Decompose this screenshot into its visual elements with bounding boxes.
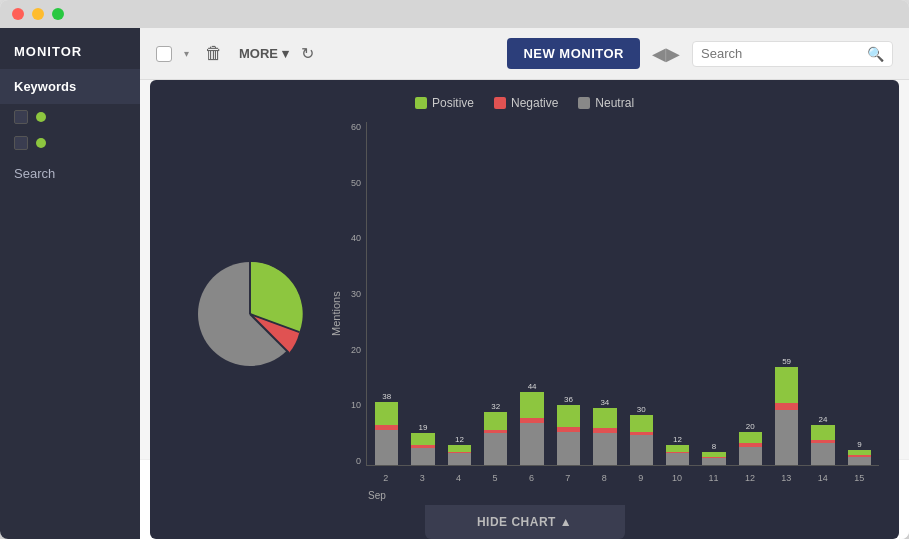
search-wrapper: 🔍 (692, 41, 893, 67)
bar-neutral-11 (702, 458, 725, 465)
bar-neutral-6 (520, 423, 543, 465)
bar-positive-2 (375, 402, 398, 425)
close-button[interactable] (12, 8, 24, 20)
negative-label: Negative (511, 96, 558, 110)
bar-group-14: 24 (806, 122, 839, 465)
pie-chart (185, 249, 315, 379)
minimize-button[interactable] (32, 8, 44, 20)
sidebar-dot-2 (36, 138, 46, 148)
bar-group-9: 30 (625, 122, 658, 465)
bar-total-13: 59 (782, 357, 791, 366)
bar-positive-12 (739, 432, 762, 444)
negative-legend-color (494, 97, 506, 109)
bar-total-6: 44 (528, 382, 537, 391)
bar-total-12: 20 (746, 422, 755, 431)
maximize-button[interactable] (52, 8, 64, 20)
x-label-8: 8 (588, 466, 621, 490)
legend-positive: Positive (415, 96, 474, 110)
main-window: MONITOR Keywords Search ▾ 🗑 (0, 0, 909, 539)
sidebar-checkbox-1[interactable] (14, 110, 28, 124)
search-input[interactable] (701, 46, 861, 61)
bar-total-14: 24 (819, 415, 828, 424)
bar-group-11: 8 (697, 122, 730, 465)
bar-group-7: 36 (552, 122, 585, 465)
y-tick-10: 10 (351, 400, 361, 410)
bar-positive-6 (520, 392, 543, 419)
toolbar-checkbox[interactable] (156, 46, 172, 62)
app-body: MONITOR Keywords Search ▾ 🗑 (0, 28, 909, 539)
bar-total-9: 30 (637, 405, 646, 414)
sidebar-header: MONITOR (0, 28, 140, 69)
bar-total-7: 36 (564, 395, 573, 404)
bar-group-15: 9 (843, 122, 876, 465)
more-button[interactable]: MORE ▾ (239, 46, 289, 61)
bar-total-3: 19 (419, 423, 428, 432)
x-label-3: 3 (405, 466, 438, 490)
bar-group-4: 12 (443, 122, 476, 465)
x-label-12: 12 (733, 466, 766, 490)
hide-chart-button[interactable]: HIDE CHART ▲ (425, 505, 625, 539)
bar-total-5: 32 (491, 402, 500, 411)
search-icon[interactable]: 🔍 (867, 46, 884, 62)
x-label-5: 5 (478, 466, 511, 490)
bar-neutral-7 (557, 432, 580, 465)
sidebar-check-row-1 (0, 104, 140, 130)
titlebar (0, 0, 909, 28)
positive-label: Positive (432, 96, 474, 110)
chevron-down-icon[interactable]: ▾ (184, 48, 189, 59)
bar-positive-10 (666, 445, 689, 452)
refresh-button[interactable]: ↻ (301, 44, 314, 63)
bar-positive-4 (448, 445, 471, 452)
bar-neutral-5 (484, 433, 507, 465)
new-monitor-button[interactable]: NEW MONITOR (507, 38, 640, 69)
sidebar-checkbox-2[interactable] (14, 136, 28, 150)
x-axis-sep-label: Sep (342, 490, 879, 505)
bar-chart-inner: 60 50 40 30 20 10 0 (342, 122, 879, 505)
bar-group-13: 59 (770, 122, 803, 465)
bar-group-10: 12 (661, 122, 694, 465)
sidebar-item-search[interactable]: Search (0, 156, 140, 191)
more-chevron-icon: ▾ (282, 46, 289, 61)
y-tick-0: 0 (356, 456, 361, 466)
bar-group-5: 32 (479, 122, 512, 465)
y-tick-30: 30 (351, 289, 361, 299)
y-axis-label: Mentions (330, 122, 342, 505)
x-label-2: 2 (369, 466, 402, 490)
x-axis-labels: 23456789101112131415 (366, 466, 879, 490)
bar-neutral-12 (739, 447, 762, 465)
bar-positive-9 (630, 415, 653, 432)
sidebar-item-keywords[interactable]: Keywords (0, 69, 140, 104)
x-label-11: 11 (697, 466, 730, 490)
sidebar: MONITOR Keywords Search (0, 28, 140, 539)
bar-positive-14 (811, 425, 834, 440)
bar-neutral-2 (375, 430, 398, 465)
delete-button[interactable]: 🗑 (201, 39, 227, 68)
y-tick-40: 40 (351, 233, 361, 243)
bar-group-3: 19 (406, 122, 439, 465)
y-tick-60: 60 (351, 122, 361, 132)
pie-chart-section (170, 122, 330, 505)
x-label-10: 10 (660, 466, 693, 490)
x-label-4: 4 (442, 466, 475, 490)
nav-arrows-icon[interactable]: ◀▶ (652, 43, 680, 65)
bar-positive-5 (484, 412, 507, 430)
bar-neutral-13 (775, 410, 798, 465)
legend-neutral: Neutral (578, 96, 634, 110)
bar-neutral-15 (848, 457, 871, 465)
content-area: Thursday Positive Negative (140, 80, 909, 539)
sidebar-check-row-2 (0, 130, 140, 156)
positive-legend-color (415, 97, 427, 109)
bar-neutral-9 (630, 435, 653, 465)
bar-neutral-10 (666, 453, 689, 465)
bar-group-2: 38 (370, 122, 403, 465)
bar-total-8: 34 (600, 398, 609, 407)
bar-total-15: 9 (857, 440, 861, 449)
bar-positive-8 (593, 408, 616, 428)
bar-positive-13 (775, 367, 798, 404)
x-label-6: 6 (515, 466, 548, 490)
neutral-legend-color (578, 97, 590, 109)
bar-positive-7 (557, 405, 580, 427)
chart-body: Mentions 60 50 40 30 20 (170, 122, 879, 505)
bar-neutral-4 (448, 453, 471, 465)
bar-negative-13 (775, 403, 798, 410)
